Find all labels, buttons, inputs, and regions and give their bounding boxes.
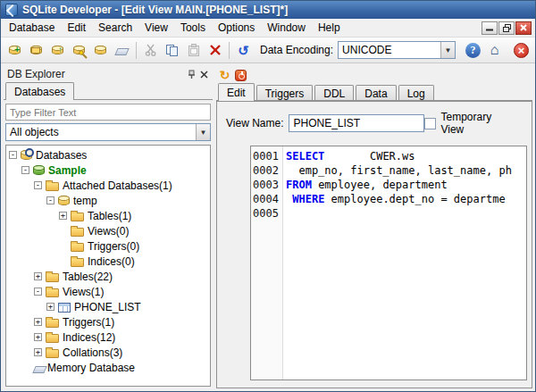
tree-item-label: Attached Databases(1) xyxy=(63,179,172,192)
tab-log[interactable]: Log xyxy=(398,85,434,100)
history-button[interactable] xyxy=(233,40,254,61)
pin-button[interactable] xyxy=(185,68,197,80)
window-title: SQLite Developer - [Edit View MAIN.[PHON… xyxy=(22,4,288,16)
tree-item-sample[interactable]: - Sample xyxy=(6,163,210,178)
tree-item-indices[interactable]: + Indices(12) xyxy=(6,329,210,345)
expander-icon[interactable]: + xyxy=(34,318,42,326)
menu-database[interactable]: Database xyxy=(3,20,61,36)
expander-icon[interactable]: + xyxy=(34,333,42,341)
tab-data[interactable]: Data xyxy=(356,85,396,100)
expander-icon[interactable]: - xyxy=(21,166,29,174)
encoding-combobox[interactable]: UNICODE ▼ xyxy=(338,41,456,59)
line-number: 0001 xyxy=(251,149,282,163)
tree-item-label: PHONE_LIST xyxy=(74,301,141,313)
expander-icon[interactable]: + xyxy=(34,348,42,356)
code-text: WHERE employee.dept_no = departme xyxy=(282,192,506,206)
menu-view[interactable]: View xyxy=(138,20,174,36)
chevron-down-icon[interactable]: ▼ xyxy=(196,124,210,140)
filter-input[interactable] xyxy=(5,104,211,121)
tree-item-attached-databases[interactable]: - Attached Databases(1) xyxy=(6,178,210,193)
menubar: Database Edit Search View Tools Options … xyxy=(1,19,535,38)
database-button[interactable] xyxy=(90,40,111,61)
tree-item-temp-tables[interactable]: + Tables(1) xyxy=(6,208,210,223)
close-button[interactable] xyxy=(515,21,532,35)
view-name-label: View Name: xyxy=(226,117,283,129)
stop-icon xyxy=(514,43,529,58)
sql-editor[interactable]: 0001 SELECT CWER.ws 0002 emp_no, first_n… xyxy=(250,146,527,380)
objects-combobox[interactable]: All objects ▼ xyxy=(5,123,211,141)
open-database-button[interactable] xyxy=(26,40,46,61)
paste-icon xyxy=(188,44,200,57)
new-database-button[interactable] xyxy=(4,40,25,61)
menu-edit[interactable]: Edit xyxy=(61,20,92,36)
menu-options[interactable]: Options xyxy=(212,20,261,36)
help-button[interactable] xyxy=(463,40,483,61)
tab-edit[interactable]: Edit xyxy=(218,83,255,101)
stop-button[interactable] xyxy=(511,40,532,61)
tree-item-databases[interactable]: - Databases xyxy=(6,147,210,163)
view-name-input[interactable] xyxy=(289,114,424,132)
database-key-button[interactable] xyxy=(69,40,89,61)
menu-tools[interactable]: Tools xyxy=(174,20,212,36)
code-line: 0001 SELECT CWER.ws xyxy=(251,149,526,163)
tree-item-collations[interactable]: + Collations(3) xyxy=(6,345,210,360)
paste-button[interactable] xyxy=(183,40,204,61)
tree-item-tables[interactable]: + Tables(22) xyxy=(6,269,210,284)
expander-spacer xyxy=(59,227,67,235)
cut-button[interactable] xyxy=(140,40,161,61)
tree-item-temp-views[interactable]: Views(0) xyxy=(6,223,210,238)
database-icon xyxy=(58,196,70,205)
expander-icon[interactable]: - xyxy=(9,151,17,159)
refresh-button[interactable] xyxy=(218,69,231,82)
expander-spacer xyxy=(59,257,67,265)
menu-search[interactable]: Search xyxy=(92,20,138,36)
home-button[interactable] xyxy=(484,40,505,61)
expander-icon[interactable]: - xyxy=(34,288,42,296)
db-explorer-header: DB Explorer xyxy=(4,66,213,82)
chevron-down-icon[interactable]: ▼ xyxy=(440,42,455,58)
tree-item-triggers[interactable]: + Triggers(1) xyxy=(6,314,210,329)
menu-window[interactable]: Window xyxy=(261,20,312,36)
restore-button[interactable] xyxy=(498,21,515,35)
power-button[interactable] xyxy=(234,69,247,82)
delete-button[interactable] xyxy=(205,40,225,61)
folder-icon xyxy=(46,288,59,297)
app-window: SQLite Developer - [Edit View MAIN.[PHON… xyxy=(0,0,536,392)
tree-item-phone-list[interactable]: + PHONE_LIST xyxy=(6,299,210,314)
folder-icon xyxy=(46,182,59,191)
tree-item-memory-database[interactable]: Memory Database xyxy=(6,360,210,375)
tab-databases[interactable]: Databases xyxy=(5,82,74,100)
tree-item-label: temp xyxy=(73,195,97,207)
copy-button[interactable] xyxy=(162,40,182,61)
tab-ddl[interactable]: DDL xyxy=(314,85,354,100)
tree-item-label: Triggers(0) xyxy=(88,240,139,253)
expander-icon[interactable]: - xyxy=(46,196,54,204)
tree-item-temp[interactable]: - temp xyxy=(6,193,210,208)
tree-item-label: Indices(0) xyxy=(88,255,135,268)
expander-icon[interactable]: + xyxy=(59,212,67,220)
tab-triggers[interactable]: Triggers xyxy=(256,85,314,100)
code-line: 0004 WHERE employee.dept_no = departme xyxy=(251,192,526,206)
expander-icon[interactable]: + xyxy=(46,303,54,311)
code-line: 0003 FROM employee, department xyxy=(251,178,526,192)
new-database-icon xyxy=(9,46,21,54)
power-icon xyxy=(235,70,247,81)
tree-item-label: Triggers(1) xyxy=(63,316,114,329)
attach-database-button[interactable] xyxy=(47,40,68,61)
editor-mini-toolbar xyxy=(216,66,532,83)
tree-item-temp-indices[interactable]: Indices(0) xyxy=(6,254,210,269)
folder-icon xyxy=(46,349,59,358)
tree-item-temp-triggers[interactable]: Triggers(0) xyxy=(6,238,210,254)
erase-button[interactable] xyxy=(112,40,132,61)
code-text: FROM employee, department xyxy=(282,178,448,192)
tree-item-views[interactable]: - Views(1) xyxy=(6,284,210,299)
expander-icon[interactable]: - xyxy=(34,181,42,189)
tree-item-label: Indices(12) xyxy=(63,331,115,344)
expander-icon[interactable]: + xyxy=(34,272,42,280)
temporary-view-checkbox[interactable] xyxy=(424,118,436,129)
panel-close-button[interactable] xyxy=(197,68,210,80)
folder-icon xyxy=(46,273,59,282)
code-text xyxy=(282,206,286,221)
menu-help[interactable]: Help xyxy=(312,20,347,36)
minimize-button[interactable] xyxy=(482,21,498,35)
